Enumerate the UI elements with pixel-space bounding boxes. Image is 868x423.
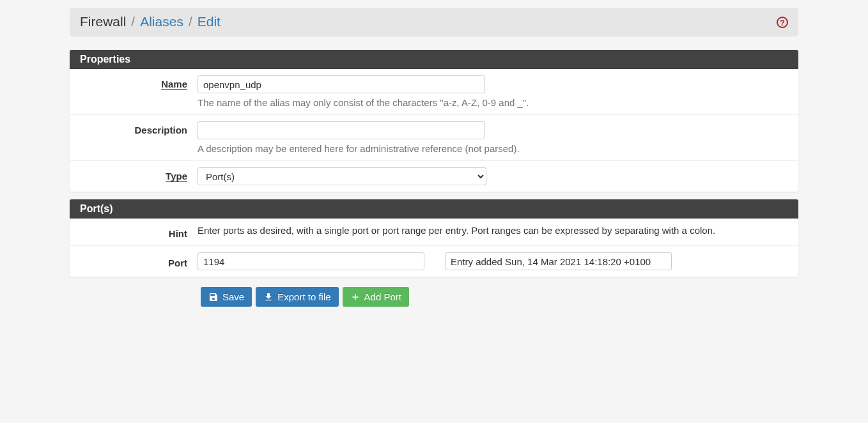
download-icon bbox=[263, 292, 274, 302]
export-button[interactable]: Export to file bbox=[256, 287, 338, 307]
hint-row: Hint Enter ports as desired, with a sing… bbox=[70, 219, 798, 246]
breadcrumb-sep: / bbox=[131, 14, 135, 29]
save-icon bbox=[208, 292, 219, 302]
breadcrumb-edit-link[interactable]: Edit bbox=[198, 14, 221, 29]
breadcrumb-sep: / bbox=[189, 14, 192, 29]
add-port-button[interactable]: Add Port bbox=[343, 287, 409, 307]
port-row: Port bbox=[70, 246, 798, 277]
port-note-input[interactable] bbox=[445, 252, 672, 270]
port-value-input[interactable] bbox=[198, 252, 424, 270]
ports-panel-header: Port(s) bbox=[70, 199, 798, 219]
port-label: Port bbox=[70, 252, 198, 270]
export-button-label: Export to file bbox=[277, 291, 330, 302]
type-label: Type bbox=[70, 167, 198, 185]
breadcrumb: Firewall / Aliases / Edit bbox=[80, 14, 777, 29]
save-button-label: Save bbox=[222, 291, 244, 302]
type-row: Type Port(s) bbox=[70, 161, 798, 192]
plus-icon bbox=[350, 292, 360, 302]
ports-panel: Port(s) Hint Enter ports as desired, wit… bbox=[70, 199, 798, 277]
help-icon[interactable]: ? bbox=[777, 15, 788, 29]
description-help-text: A description may be entered here for ad… bbox=[198, 143, 788, 154]
name-row: Name The name of the alias may only cons… bbox=[70, 69, 798, 115]
breadcrumb-root: Firewall bbox=[80, 14, 126, 29]
properties-panel-header: Properties bbox=[70, 50, 798, 69]
name-input[interactable] bbox=[198, 75, 485, 93]
save-button[interactable]: Save bbox=[201, 287, 252, 307]
add-port-button-label: Add Port bbox=[364, 291, 401, 302]
name-label: Name bbox=[70, 75, 198, 108]
hint-text: Enter ports as desired, with a single po… bbox=[198, 225, 788, 236]
breadcrumb-bar: Firewall / Aliases / Edit ? bbox=[70, 8, 798, 36]
properties-panel: Properties Name The name of the alias ma… bbox=[70, 50, 798, 192]
type-select[interactable]: Port(s) bbox=[198, 167, 486, 185]
description-input[interactable] bbox=[198, 121, 485, 139]
description-row: Description A description may be entered… bbox=[70, 115, 798, 161]
button-bar: Save Export to file Add Port bbox=[70, 287, 798, 307]
name-help-text: The name of the alias may only consist o… bbox=[198, 97, 788, 108]
breadcrumb-aliases-link[interactable]: Aliases bbox=[140, 14, 183, 29]
hint-label: Hint bbox=[70, 225, 198, 239]
description-label: Description bbox=[70, 121, 198, 154]
